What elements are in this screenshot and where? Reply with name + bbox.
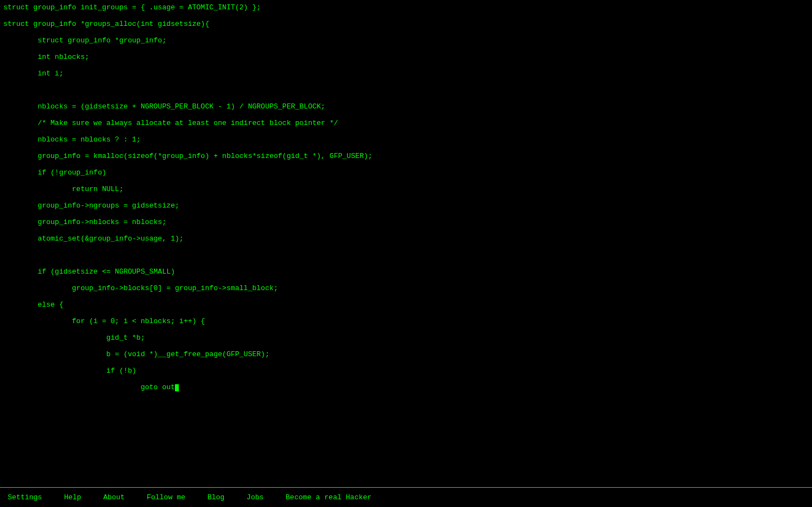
- code-line: int nblocks;: [3, 53, 809, 61]
- code-line: [3, 86, 809, 94]
- jobs-link[interactable]: Jobs: [246, 493, 264, 501]
- code-line: group_info = kmalloc(sizeof(*group_info)…: [3, 152, 809, 160]
- footer-bar: Settings Help About Follow me Blog Jobs …: [0, 487, 812, 507]
- code-line: struct group_info *group_info;: [3, 36, 809, 45]
- code-line: [3, 292, 809, 301]
- code-line: gid_t *b;: [3, 334, 809, 342]
- code-line: [3, 325, 809, 334]
- code-line: else {: [3, 301, 809, 309]
- code-line: [3, 177, 809, 185]
- code-line: return NULL;: [3, 185, 809, 193]
- code-line: [3, 160, 809, 168]
- about-link[interactable]: About: [103, 493, 125, 501]
- code-line: [3, 61, 809, 69]
- follow-link[interactable]: Follow me: [147, 493, 185, 501]
- settings-link[interactable]: Settings: [8, 493, 42, 501]
- code-line: [3, 12, 809, 20]
- code-line: nblocks = (gidsetsize + NGROUPS_PER_BLOC…: [3, 102, 809, 111]
- code-line: [3, 144, 809, 152]
- code-line: goto out: [3, 383, 809, 391]
- become-hacker-link[interactable]: Become a real Hacker: [286, 493, 371, 501]
- code-line: [3, 127, 809, 135]
- code-line: [3, 45, 809, 53]
- code-line: nblocks = nblocks ? : 1;: [3, 135, 809, 144]
- terminal-screen[interactable]: struct group_info init_groups = { .usage…: [0, 0, 812, 507]
- code-line: atomic_set(&group_info->usage, 1);: [3, 235, 809, 243]
- code-line: struct group_info init_groups = { .usage…: [3, 3, 809, 12]
- code-line: [3, 309, 809, 317]
- code-line: b = (void *)__get_free_page(GFP_USER);: [3, 350, 809, 358]
- code-line: [3, 94, 809, 102]
- code-line: [3, 78, 809, 86]
- code-line: [3, 210, 809, 218]
- code-line: [3, 193, 809, 201]
- code-line: for (i = 0; i < nblocks; i++) {: [3, 317, 809, 325]
- code-line: if (!b): [3, 367, 809, 375]
- code-line: struct group_info *groups_alloc(int gids…: [3, 20, 809, 28]
- code-line: int i;: [3, 69, 809, 78]
- cursor: [175, 384, 179, 391]
- code-line: if (gidsetsize <= NGROUPS_SMALL): [3, 268, 809, 276]
- code-line: [3, 276, 809, 284]
- code-output[interactable]: struct group_info init_groups = { .usage…: [0, 0, 812, 487]
- code-line: group_info->blocks[0] = group_info->smal…: [3, 284, 809, 292]
- code-line: [3, 375, 809, 383]
- code-line: [3, 358, 809, 367]
- code-line: [3, 226, 809, 235]
- code-line: [3, 28, 809, 36]
- code-line: group_info->ngroups = gidsetsize;: [3, 201, 809, 210]
- code-line: if (!group_info): [3, 168, 809, 177]
- blog-link[interactable]: Blog: [207, 493, 224, 501]
- code-line: [3, 251, 809, 259]
- code-line: group_info->nblocks = nblocks;: [3, 218, 809, 226]
- code-line: [3, 243, 809, 251]
- code-line: /* Make sure we always allocate at least…: [3, 119, 809, 127]
- code-line: [3, 342, 809, 350]
- code-line: [3, 259, 809, 268]
- code-line: [3, 111, 809, 119]
- help-link[interactable]: Help: [64, 493, 81, 501]
